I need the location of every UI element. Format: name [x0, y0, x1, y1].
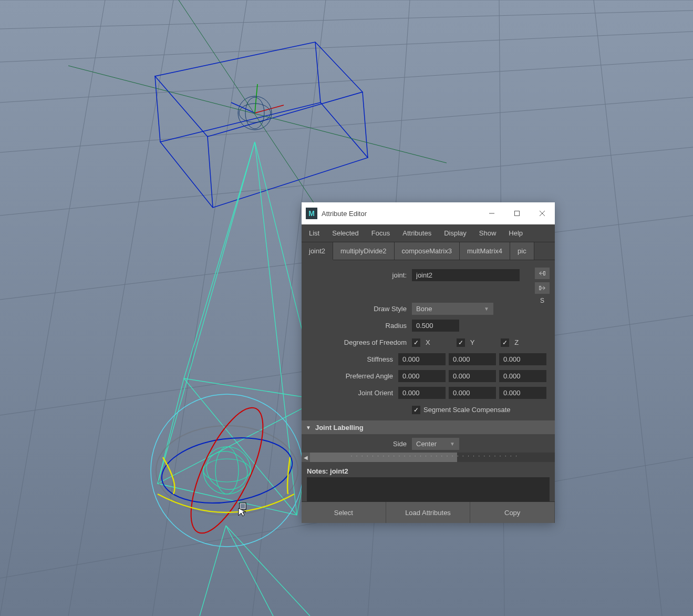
tab-joint2[interactable]: joint2: [302, 242, 333, 260]
svg-line-3: [0, 59, 693, 102]
svg-point-46: [158, 430, 296, 511]
window-title: Attribute Editor: [322, 210, 479, 218]
side-value: Center: [416, 440, 437, 448]
side-label-s: S: [540, 297, 544, 304]
svg-rect-52: [544, 272, 545, 275]
section-title: Joint Labelling: [315, 424, 364, 432]
svg-line-31: [255, 142, 297, 515]
notes-label: Notes: joint2: [307, 463, 550, 477]
tab-multmatrix4[interactable]: multMatrix4: [460, 242, 510, 260]
pref-angle-z-input[interactable]: [499, 370, 546, 382]
orient-x-input[interactable]: [398, 387, 446, 399]
side-select[interactable]: Center ▼: [412, 438, 459, 450]
draw-style-value: Bone: [416, 305, 432, 313]
tab-multiplydivide2[interactable]: multiplyDivide2: [333, 242, 394, 260]
dof-x-checkbox[interactable]: [412, 338, 420, 347]
close-button[interactable]: [530, 202, 555, 224]
svg-line-18: [155, 76, 160, 142]
svg-line-29: [179, 0, 336, 237]
svg-line-32: [184, 142, 255, 378]
radius-input[interactable]: [412, 320, 459, 332]
svg-line-1: [0, 11, 693, 29]
draw-style-select[interactable]: Bone ▼: [412, 303, 493, 315]
svg-line-24: [231, 102, 255, 113]
horizontal-scrollbar[interactable]: ◀ · · · · · · · · · · · · · · · · · · · …: [302, 453, 555, 462]
stiffness-label: Stiffness: [307, 355, 398, 363]
dof-z-label: Z: [514, 338, 519, 346]
scroll-left-icon[interactable]: ◀: [302, 453, 310, 462]
svg-line-20: [363, 92, 368, 158]
svg-point-44: [151, 394, 303, 547]
svg-point-43: [200, 444, 254, 497]
dof-label: Degrees of Freedom: [307, 338, 412, 346]
svg-line-30: [158, 142, 255, 484]
preferred-angle-label: Preferred Angle: [307, 372, 398, 380]
svg-rect-49: [515, 211, 520, 216]
menu-display[interactable]: Display: [444, 229, 467, 237]
notes-textarea[interactable]: [307, 477, 550, 501]
attribute-form: S joint: Draw Style Bone ▼ Radius Degree…: [302, 260, 555, 501]
minimize-button[interactable]: [479, 202, 504, 224]
svg-line-10: [68, 0, 173, 616]
svg-line-9: [0, 0, 105, 616]
joint-name-label: joint:: [307, 271, 412, 279]
tab-composematrix3[interactable]: composeMatrix3: [395, 242, 460, 260]
svg-line-39: [226, 526, 273, 616]
svg-line-21: [208, 137, 213, 208]
joint-orient-label: Joint Orient: [307, 389, 398, 397]
attribute-editor-window: M Attribute Editor List Selected Focus A…: [302, 202, 555, 523]
svg-line-23: [255, 84, 257, 113]
svg-rect-53: [540, 286, 541, 290]
node-tabs: joint2 multiplyDivide2 composeMatrix3 mu…: [302, 242, 555, 260]
svg-marker-16: [155, 42, 363, 137]
maximize-button[interactable]: [504, 202, 530, 224]
side-label: Side: [307, 440, 412, 448]
svg-line-15: [594, 0, 662, 616]
menu-selected[interactable]: Selected: [332, 229, 359, 237]
chevron-down-icon: ▼: [450, 441, 455, 447]
menu-focus[interactable]: Focus: [371, 229, 390, 237]
pref-angle-x-input[interactable]: [398, 370, 446, 382]
dof-y-checkbox[interactable]: [457, 338, 465, 347]
svg-line-4: [0, 97, 693, 152]
tab-overflow[interactable]: pic: [510, 242, 534, 260]
dots-decor: · · · · · · · · · · · · · · · · · · · · …: [350, 453, 518, 459]
segment-scale-checkbox[interactable]: [412, 406, 420, 414]
dof-x-label: X: [426, 338, 430, 346]
stiffness-x-input[interactable]: [398, 353, 446, 365]
menu-help[interactable]: Help: [509, 229, 523, 237]
menu-bar: List Selected Focus Attributes Display S…: [302, 224, 555, 242]
chevron-down-icon: ▼: [484, 306, 489, 312]
svg-point-47: [177, 398, 277, 542]
select-button[interactable]: Select: [302, 502, 386, 523]
draw-style-label: Draw Style: [307, 305, 412, 313]
svg-point-41: [203, 459, 251, 482]
menu-list[interactable]: List: [309, 229, 319, 237]
load-attributes-button[interactable]: Load Attributes: [386, 502, 471, 523]
orient-y-input[interactable]: [449, 387, 496, 399]
svg-line-11: [152, 0, 247, 616]
stiffness-z-input[interactable]: [499, 353, 546, 365]
collapse-arrow-icon: ▼: [306, 425, 311, 430]
svg-line-38: [226, 526, 310, 616]
dof-y-label: Y: [470, 338, 475, 346]
menu-attributes[interactable]: Attributes: [402, 229, 431, 237]
svg-line-2: [0, 32, 693, 62]
svg-line-28: [68, 66, 447, 163]
segment-scale-label: Segment Scale Compensate: [423, 406, 510, 414]
stiffness-y-input[interactable]: [449, 353, 496, 365]
title-bar[interactable]: M Attribute Editor: [302, 202, 555, 224]
dof-z-checkbox[interactable]: [501, 338, 509, 347]
footer-buttons: Select Load Attributes Copy: [302, 501, 555, 523]
radius-label: Radius: [307, 322, 412, 330]
joint-name-input[interactable]: [412, 269, 520, 281]
pref-angle-y-input[interactable]: [449, 370, 496, 382]
svg-line-37: [200, 526, 226, 616]
section-joint-labelling[interactable]: ▼ Joint Labelling: [302, 420, 555, 434]
svg-point-40: [203, 447, 251, 494]
focus-node-button[interactable]: [535, 268, 550, 279]
orient-z-input[interactable]: [499, 387, 546, 399]
show-output-button[interactable]: [535, 282, 550, 294]
copy-tab-button[interactable]: Copy: [470, 502, 555, 523]
menu-show[interactable]: Show: [479, 229, 497, 237]
